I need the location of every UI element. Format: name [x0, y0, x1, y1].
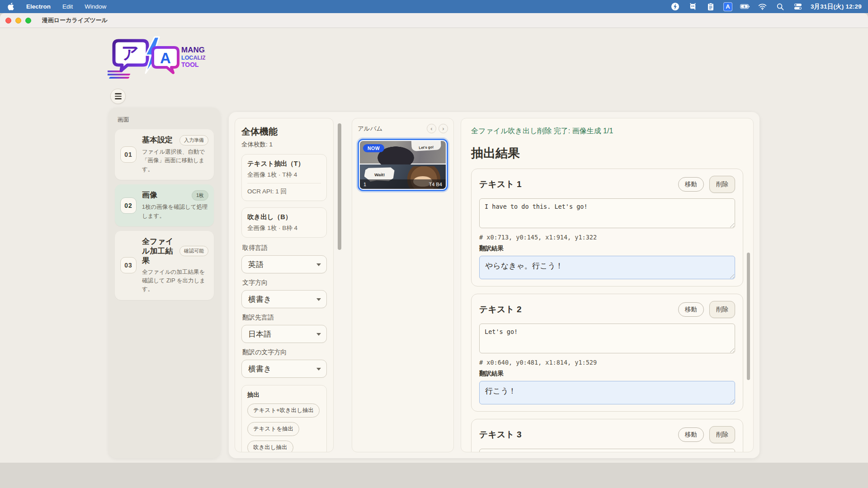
text-item-title: テキスト 3	[479, 429, 522, 441]
extraction-results-panel: 全ファイル吹き出し削除 完了: 画像生成 1/1 抽出結果 テキスト 1 移動 …	[461, 118, 754, 452]
chevron-down-icon	[316, 368, 321, 371]
svg-text:ア: ア	[122, 43, 139, 62]
bubble-count: 全画像 1枚 · B枠 4	[247, 224, 321, 232]
translation-text-area[interactable]: 行こう！	[479, 381, 735, 404]
logo-bubble-latin: A	[153, 47, 178, 73]
source-text-area[interactable]: I have to do this. Let's go!	[479, 198, 735, 228]
bounding-box-coords: # x0:640, y0:481, x1:814, y1:529	[479, 359, 735, 366]
step-number-badge: 02	[120, 197, 137, 214]
close-button[interactable]	[5, 18, 11, 23]
menubar-window-menu[interactable]: Window	[85, 3, 106, 10]
step-description: ファイル選択後、自動で「画像」画面に移動します。	[142, 148, 208, 174]
chevron-right-icon: ›	[442, 126, 444, 131]
control-center-icon[interactable]	[793, 2, 803, 11]
move-button[interactable]: 移動	[678, 177, 704, 192]
spotlight-search-icon[interactable]	[775, 2, 785, 11]
apple-menu-icon[interactable]	[6, 3, 14, 11]
album-panel: アルバム ‹ › Let's go! Wait!	[352, 118, 454, 452]
translation-text-area[interactable]: やらなきゃ。行こう！	[479, 256, 735, 279]
extract-text-button[interactable]: テキストを抽出	[247, 422, 299, 436]
text-item-card: テキスト 2 移動 削除 Let's go! # x0:640, y0:481,…	[471, 294, 743, 412]
svg-text:LOCALIZATION: LOCALIZATION	[181, 55, 205, 61]
menu-toggle-button[interactable]	[110, 89, 126, 104]
screen-sidebar: 画面 01 基本設定 入力準備 ファイル選択後、自動で「画像」画面に移動します。…	[108, 108, 220, 458]
text-item-card: テキスト 3 移動 削除 Wait!	[471, 419, 743, 452]
album-thumbnail-selected[interactable]: Let's go! Wait! NOW 1 T4 B4	[358, 139, 448, 191]
app-logo: ア A MANGA LOCALIZATION TOOL	[108, 35, 205, 82]
zoom-button[interactable]	[25, 18, 31, 23]
translation-direction-label: 翻訳の文字方向	[242, 348, 326, 357]
sidebar-item-all-files-result[interactable]: 03 全ファイル加工結果 確認可能 全ファイルの加工結果を確認して ZIP を出…	[115, 231, 214, 300]
album-title: アルバム	[358, 125, 382, 133]
app-robot-icon[interactable]	[688, 2, 698, 11]
functions-title: 全体機能	[241, 126, 327, 138]
wifi-icon[interactable]	[758, 2, 768, 11]
source-language-select[interactable]: 英語	[241, 255, 327, 273]
menubar-edit-menu[interactable]: Edit	[62, 3, 73, 10]
text-extract-count: 全画像 1枚 · T枠 4	[247, 171, 321, 179]
chevron-left-icon: ‹	[430, 126, 432, 131]
text-item-title: テキスト 1	[479, 178, 522, 190]
window-titlebar: 漫画ローカライズツール	[0, 13, 868, 28]
thumbnail-info-bar: 1 T4 B4	[360, 179, 446, 189]
svg-text:TOOL: TOOL	[181, 61, 199, 68]
source-text-area[interactable]: Wait!	[479, 449, 735, 452]
step-status-badge: 1枚	[192, 190, 208, 201]
bubble-title: 吹き出し（B）	[247, 213, 321, 221]
chevron-down-icon	[316, 263, 321, 266]
target-language-select[interactable]: 日本語	[241, 325, 327, 343]
svg-text:MANGA: MANGA	[181, 46, 205, 54]
menubar-clock[interactable]: 3月31日(火) 12:29	[811, 3, 862, 11]
minimize-button[interactable]	[15, 18, 21, 23]
total-pages-label: 全体枚数: 1	[241, 141, 327, 149]
delete-button[interactable]: 削除	[709, 301, 735, 318]
step-description: 1枚の画像を確認して処理します。	[142, 203, 208, 221]
step-number-badge: 03	[120, 257, 137, 273]
bounding-box-coords: # x0:713, y0:145, x1:914, y1:322	[479, 234, 735, 241]
logo-bubble-kana: ア	[114, 41, 147, 70]
album-prev-button[interactable]: ‹	[427, 124, 436, 133]
sidebar-heading: 画面	[118, 116, 214, 124]
text-direction-label: 文字方向	[242, 279, 326, 287]
delete-button[interactable]: 削除	[709, 426, 735, 443]
text-extract-title: テキスト抽出（T）	[247, 160, 321, 168]
step-title: 全ファイル加工結果	[142, 237, 177, 266]
logo-speed-lines	[108, 70, 131, 79]
battery-icon[interactable]	[740, 2, 750, 11]
svg-text:A: A	[160, 50, 171, 66]
album-next-button[interactable]: ›	[439, 124, 448, 133]
source-language-label: 取得言語	[242, 244, 326, 252]
sidebar-item-image[interactable]: 02 画像 1枚 1枚の画像を確認して処理します。	[115, 184, 214, 226]
extract-text-and-bubble-button[interactable]: テキスト+吹き出し抽出	[247, 404, 320, 418]
text-direction-select[interactable]: 横書き	[241, 290, 327, 308]
step-status-badge: 入力準備	[179, 135, 208, 145]
process-status-message: 全ファイル吹き出し削除 完了: 画像生成 1/1	[471, 127, 743, 136]
thumbnail-page-number: 1	[363, 182, 366, 187]
move-button[interactable]: 移動	[678, 427, 704, 442]
clipboard-icon[interactable]	[706, 2, 716, 11]
extract-group-title: 抽出	[247, 391, 321, 399]
chevron-down-icon	[316, 298, 321, 301]
menubar-app-menu[interactable]: Electron	[26, 3, 51, 10]
menu-bar: Electron Edit Window A 3月31日(火) 12:29	[0, 0, 868, 13]
translation-direction-select[interactable]: 横書き	[241, 360, 327, 378]
step-description: 全ファイルの加工結果を確認して ZIP を出力します。	[142, 268, 208, 294]
electron-lightning-icon[interactable]	[670, 2, 680, 11]
source-text-area[interactable]: Let's go!	[479, 324, 735, 353]
results-heading: 抽出結果	[471, 145, 743, 161]
logo-wordmark: MANGA LOCALIZATION TOOL	[181, 46, 205, 68]
results-scrollbar[interactable]	[747, 253, 750, 380]
functions-scrollbar[interactable]	[338, 123, 341, 250]
delete-button[interactable]: 削除	[709, 176, 735, 193]
text-item-title: テキスト 2	[479, 304, 522, 315]
sidebar-item-basic-settings[interactable]: 01 基本設定 入力準備 ファイル選択後、自動で「画像」画面に移動します。	[115, 129, 214, 180]
window-title: 漫画ローカライズツール	[42, 16, 108, 24]
target-language-label: 翻訳先言語	[242, 314, 326, 322]
step-status-badge: 確認可能	[179, 246, 208, 256]
desktop-background	[0, 463, 868, 488]
move-button[interactable]: 移動	[678, 302, 704, 317]
extract-bubble-button[interactable]: 吹き出し抽出	[247, 441, 293, 452]
chevron-down-icon	[316, 333, 321, 336]
thumbnail-frame-counts: T4 B4	[429, 182, 442, 187]
input-method-badge[interactable]: A	[723, 2, 732, 11]
